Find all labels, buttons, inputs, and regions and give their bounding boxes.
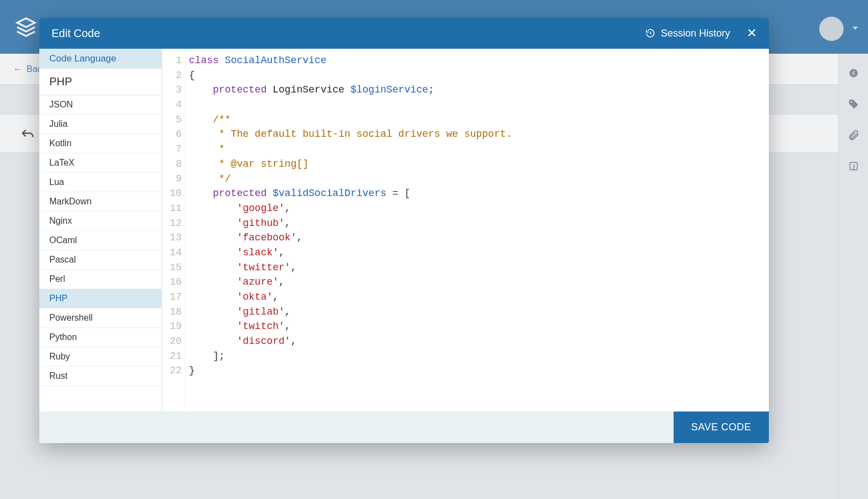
code-line[interactable]: 'discord', <box>189 334 512 349</box>
code-line[interactable]: 'google', <box>189 201 512 216</box>
modal-footer: SAVE CODE <box>39 411 769 443</box>
line-number: 16 <box>162 275 182 290</box>
line-number: 14 <box>162 245 182 260</box>
code-line[interactable]: 'twitch', <box>189 319 512 334</box>
code-line[interactable]: protected LoginService $loginService; <box>189 83 512 97</box>
line-number: 5 <box>162 112 182 127</box>
language-item-nginx[interactable]: Nginx <box>39 212 162 231</box>
line-number: 2 <box>162 68 182 83</box>
save-code-button[interactable]: SAVE CODE <box>674 411 769 443</box>
code-line[interactable]: 'slack', <box>189 245 512 260</box>
language-item-php[interactable]: PHP <box>39 289 162 308</box>
code-line[interactable]: protected $validSocialDrivers = [ <box>189 186 512 201</box>
language-sidebar-header: Code Language <box>39 49 162 69</box>
language-item-json[interactable]: JSON <box>39 95 162 115</box>
line-number: 11 <box>162 201 182 216</box>
line-number: 18 <box>162 305 182 320</box>
code-line[interactable]: 'twitter', <box>189 260 512 275</box>
edit-code-modal: Edit Code Session History ✕ Code Languag… <box>39 18 769 443</box>
line-number: 7 <box>162 142 182 157</box>
language-item-kotlin[interactable]: Kotlin <box>39 134 162 153</box>
code-line[interactable]: /** <box>189 112 512 127</box>
language-current: PHP <box>39 69 162 95</box>
language-item-lua[interactable]: Lua <box>39 173 162 192</box>
line-number: 8 <box>162 157 182 172</box>
language-item-markdown[interactable]: MarkDown <box>39 192 162 212</box>
code-line[interactable] <box>189 97 512 112</box>
line-number: 10 <box>162 186 182 201</box>
language-item-ruby[interactable]: Ruby <box>39 347 162 367</box>
line-number: 20 <box>162 334 182 349</box>
line-number-gutter: 12345678910111213141516171819202122 <box>162 49 186 411</box>
session-history-label: Session History <box>661 28 730 39</box>
code-line[interactable]: */ <box>189 172 512 187</box>
line-number: 13 <box>162 230 182 245</box>
close-button[interactable]: ✕ <box>747 27 757 39</box>
code-line[interactable]: { <box>189 68 512 83</box>
close-icon: ✕ <box>747 26 757 40</box>
code-content[interactable]: class SocialAuthService{ protected Login… <box>186 49 512 411</box>
line-number: 3 <box>162 83 182 97</box>
language-list[interactable]: JSONJuliaKotlinLaTeXLuaMarkDownNginxOCam… <box>39 95 162 411</box>
language-item-rust[interactable]: Rust <box>39 367 162 386</box>
line-number: 21 <box>162 349 182 364</box>
language-item-latex[interactable]: LaTeX <box>39 153 162 173</box>
code-editor[interactable]: 12345678910111213141516171819202122 clas… <box>162 49 769 411</box>
code-line[interactable]: * <box>189 142 512 157</box>
code-line[interactable]: * The default built-in social drivers we… <box>189 127 512 142</box>
language-item-pascal[interactable]: Pascal <box>39 250 162 270</box>
language-item-perl[interactable]: Perl <box>39 270 162 289</box>
line-number: 6 <box>162 127 182 142</box>
code-line[interactable]: 'okta', <box>189 290 512 305</box>
code-line[interactable]: 'azure', <box>189 275 512 290</box>
line-number: 12 <box>162 216 182 231</box>
line-number: 4 <box>162 97 182 112</box>
line-number: 9 <box>162 172 182 187</box>
code-line[interactable]: ]; <box>189 349 512 364</box>
code-line[interactable]: 'facebook', <box>189 230 512 245</box>
code-line[interactable]: 'github', <box>189 216 512 231</box>
line-number: 17 <box>162 290 182 305</box>
code-line[interactable]: 'gitlab', <box>189 305 512 320</box>
session-history-button[interactable]: Session History <box>645 28 730 39</box>
language-item-powershell[interactable]: Powershell <box>39 308 162 328</box>
code-line[interactable]: * @var string[] <box>189 157 512 172</box>
history-icon <box>645 28 655 38</box>
code-line[interactable]: class SocialAuthService <box>189 53 512 68</box>
modal-title: Edit Code <box>52 27 100 40</box>
line-number: 15 <box>162 260 182 275</box>
line-number: 1 <box>162 53 182 68</box>
language-item-python[interactable]: Python <box>39 328 162 347</box>
language-item-julia[interactable]: Julia <box>39 115 162 134</box>
language-sidebar: Code Language PHP JSONJuliaKotlinLaTeXLu… <box>39 49 162 411</box>
code-line[interactable]: } <box>189 363 512 378</box>
language-item-ocaml[interactable]: OCaml <box>39 231 162 250</box>
line-number: 22 <box>162 363 182 378</box>
modal-header: Edit Code Session History ✕ <box>39 18 769 49</box>
line-number: 19 <box>162 319 182 334</box>
